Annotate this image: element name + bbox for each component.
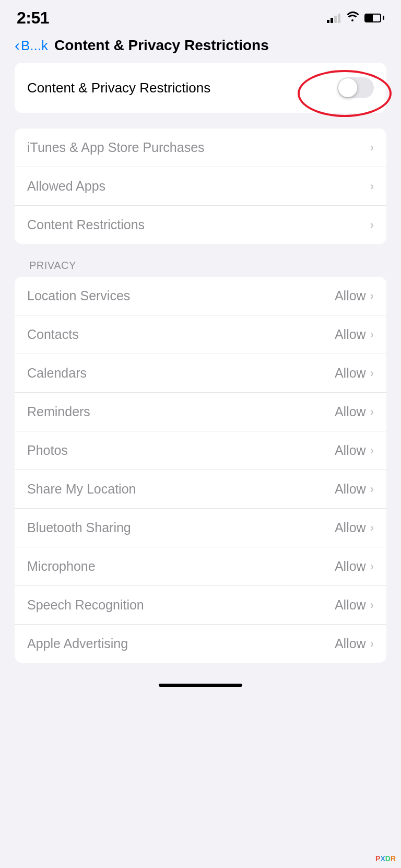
chevron-icon: › [370,521,374,535]
signal-bar-1 [327,20,329,23]
bluetooth-sharing-right: Allow › [335,520,374,535]
allowed-apps-right: › [370,180,374,193]
bluetooth-sharing-label: Bluetooth Sharing [27,520,131,535]
apple-advertising-item[interactable]: Apple Advertising Allow › [15,625,386,663]
apple-advertising-right: Allow › [335,636,374,651]
chevron-icon: › [370,289,374,303]
status-bar: 2:51 [0,0,401,31]
signal-icon [327,13,340,23]
location-services-item[interactable]: Location Services Allow › [15,277,386,315]
reminders-right: Allow › [335,404,374,419]
photos-item[interactable]: Photos Allow › [15,431,386,470]
contacts-label: Contacts [27,327,79,342]
toggle-knob [338,78,357,97]
itunes-purchases-label: iTunes & App Store Purchases [27,140,205,155]
privacy-section: Location Services Allow › Contacts Allow… [15,277,386,663]
allowed-apps-item[interactable]: Allowed Apps › [15,167,386,206]
location-services-label: Location Services [27,288,130,303]
allowed-apps-label: Allowed Apps [27,179,105,194]
apple-advertising-label: Apple Advertising [27,636,128,651]
photos-label: Photos [27,443,68,458]
bluetooth-sharing-value: Allow [335,520,366,535]
bluetooth-sharing-item[interactable]: Bluetooth Sharing Allow › [15,509,386,547]
status-icons [327,11,384,25]
itunes-purchases-right: › [370,141,374,155]
location-services-value: Allow [335,288,366,303]
main-content: Content & Privacy Restrictions iTunes & … [0,63,401,663]
reminders-item[interactable]: Reminders Allow › [15,393,386,431]
location-services-right: Allow › [335,288,374,303]
chevron-icon: › [370,328,374,342]
content-restrictions-item[interactable]: Content Restrictions › [15,206,386,244]
signal-bar-4 [338,14,340,23]
chevron-icon: › [370,483,374,496]
menu-section: iTunes & App Store Purchases › Allowed A… [15,128,386,244]
chevron-icon: › [370,367,374,380]
toggle-row: Content & Privacy Restrictions [27,63,374,113]
microphone-right: Allow › [335,559,374,574]
share-my-location-value: Allow [335,482,366,497]
chevron-icon: › [370,180,374,193]
back-chevron-icon: ‹ [15,37,20,54]
chevron-icon: › [370,218,374,232]
content-privacy-toggle[interactable] [337,77,374,98]
wifi-icon [346,11,359,25]
contacts-item[interactable]: Contacts Allow › [15,315,386,354]
chevron-icon: › [370,637,374,651]
reminders-label: Reminders [27,404,90,419]
chevron-icon: › [370,560,374,573]
back-button[interactable]: ‹ B...k [15,37,48,54]
status-time: 2:51 [17,8,49,28]
watermark: PXDR [375,854,396,863]
page-title: Content & Privacy Restrictions [54,37,269,54]
speech-recognition-label: Speech Recognition [27,597,144,613]
calendars-right: Allow › [335,366,374,381]
back-label: B...k [21,38,48,54]
signal-bar-2 [331,18,333,23]
itunes-purchases-item[interactable]: iTunes & App Store Purchases › [15,128,386,167]
microphone-item[interactable]: Microphone Allow › [15,547,386,586]
share-my-location-label: Share My Location [27,482,136,497]
toggle-label: Content & Privacy Restrictions [27,80,210,96]
home-indicator [159,684,242,687]
battery-icon [364,14,384,22]
microphone-value: Allow [335,559,366,574]
contacts-right: Allow › [335,327,374,342]
photos-right: Allow › [335,443,374,458]
share-my-location-item[interactable]: Share My Location Allow › [15,470,386,509]
privacy-section-header: PRIVACY [15,260,386,277]
chevron-icon: › [370,405,374,419]
chevron-icon: › [370,599,374,612]
photos-value: Allow [335,443,366,458]
calendars-item[interactable]: Calendars Allow › [15,354,386,393]
speech-recognition-item[interactable]: Speech Recognition Allow › [15,586,386,625]
nav-bar: ‹ B...k Content & Privacy Restrictions [0,31,401,63]
content-restrictions-right: › [370,218,374,232]
apple-advertising-value: Allow [335,636,366,651]
microphone-label: Microphone [27,559,96,574]
share-my-location-right: Allow › [335,482,374,497]
calendars-label: Calendars [27,366,87,381]
speech-recognition-right: Allow › [335,597,374,613]
toggle-section: Content & Privacy Restrictions [15,63,386,113]
chevron-icon: › [370,141,374,155]
contacts-value: Allow [335,327,366,342]
speech-recognition-value: Allow [335,597,366,613]
calendars-value: Allow [335,366,366,381]
signal-bar-3 [334,16,337,23]
chevron-icon: › [370,444,374,458]
reminders-value: Allow [335,404,366,419]
content-restrictions-label: Content Restrictions [27,217,145,232]
